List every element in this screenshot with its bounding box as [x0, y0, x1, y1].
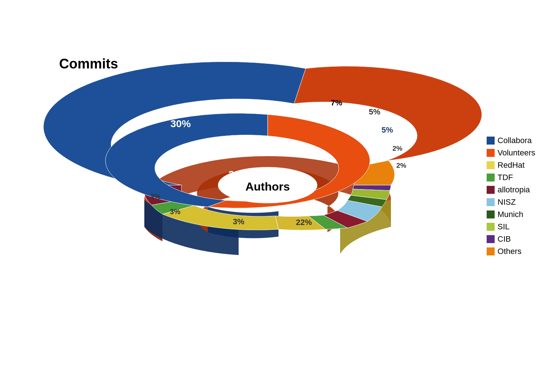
pct-redhat: 7%: [262, 105, 273, 114]
legend-color-collabora: [487, 137, 495, 145]
legend-color-others: [487, 247, 495, 255]
legend-label-sil: SIL: [498, 222, 509, 232]
legend-label-redhat: RedHat: [498, 160, 525, 170]
pct-redhat2: 22%: [296, 218, 312, 227]
legend-item-collabora: Collabora: [487, 136, 535, 145]
pct-collabora-outer: 30%: [170, 118, 191, 129]
pct-collabora-inner: 31%: [228, 169, 249, 180]
legend-item-munich: Munich: [487, 210, 535, 219]
legend-color-nisz: [487, 198, 495, 206]
legend-color-sil: [487, 223, 495, 231]
chart-legend: Collabora Volunteers RedHat TDF allotrop…: [487, 136, 535, 256]
legend-item-cib: CIB: [487, 234, 535, 244]
legend-label-munich: Munich: [498, 210, 523, 219]
pct-nisz: 5%: [381, 125, 393, 134]
pct-tdf2: 3%: [233, 217, 244, 226]
pct-tdf: 7%: [331, 98, 342, 107]
pct-others2: 3%: [150, 192, 161, 200]
chart-title: Commits: [59, 56, 118, 72]
pct-munich: 2%: [392, 145, 403, 152]
legend-label-tdf: TDF: [498, 173, 513, 182]
center-label: Authors: [246, 180, 290, 193]
legend-color-tdf: [487, 174, 495, 182]
chart-container: Commits: [0, 0, 557, 392]
legend-label-others: Others: [498, 247, 521, 256]
legend-color-volunteers: [487, 149, 495, 157]
legend-item-tdf: TDF: [487, 173, 535, 182]
legend-color-redhat: [487, 161, 495, 169]
legend-label-nisz: NISZ: [498, 197, 516, 207]
legend-label-cib: CIB: [498, 234, 511, 244]
donut-chart: 30% 15% 7% 7% 5% 5% 2% 2% 22% 3% 3% 3% 6…: [79, 33, 478, 359]
legend-item-others: Others: [487, 247, 535, 256]
legend-label-volunteers: Volunteers: [498, 148, 535, 158]
legend-color-munich: [487, 210, 495, 218]
legend-item-sil: SIL: [487, 222, 535, 232]
legend-item-nisz: NISZ: [487, 197, 535, 207]
legend-color-allotropia: [487, 186, 495, 194]
legend-color-cib: [487, 235, 495, 243]
pct-allotropia2: 3%: [170, 208, 181, 216]
legend-item-redhat: RedHat: [487, 160, 535, 170]
legend-label-allotropia: allotropia: [498, 185, 530, 195]
pct-allotropia: 5%: [369, 107, 380, 116]
pct-volunteers-outer: 15%: [350, 118, 370, 129]
legend-item-volunteers: Volunteers: [487, 148, 535, 158]
legend-item-allotropia: allotropia: [487, 185, 535, 195]
pct-sil: 2%: [396, 162, 407, 169]
legend-label-collabora: Collabora: [498, 136, 532, 145]
